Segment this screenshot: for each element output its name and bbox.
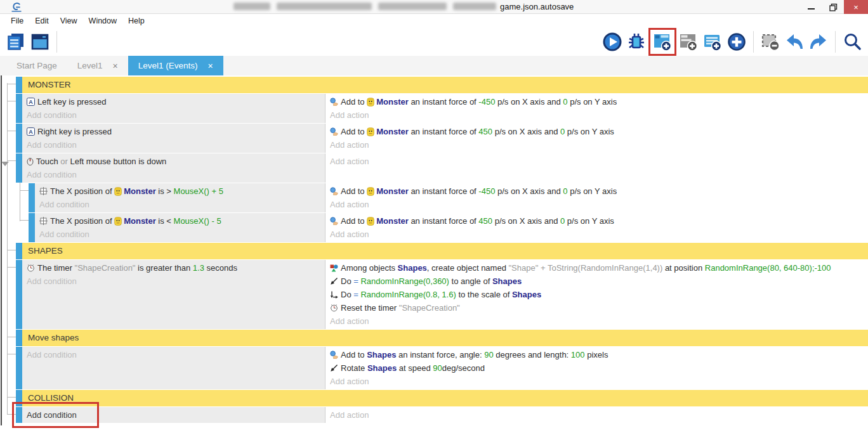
sentence-fragment: Shapes	[492, 276, 522, 286]
event-row: The X position of Monster is > MouseX() …	[29, 183, 868, 212]
event-selection-bar[interactable]	[16, 153, 22, 183]
condition-sentence[interactable]: The timer "ShapeCreation" is greater tha…	[27, 261, 325, 275]
action-cell[interactable]: Add to Monster an instant force of -450 …	[326, 94, 868, 123]
search-button[interactable]	[840, 30, 864, 54]
condition-sentence[interactable]: The X position of Monster is > MouseX() …	[39, 185, 325, 198]
condition-cell[interactable]: Add condition	[22, 407, 326, 423]
add-action-link[interactable]: Add action	[330, 375, 868, 388]
action-cell[interactable]: Add to Monster an instant force of -450 …	[326, 183, 868, 212]
event-group-header[interactable]: COLLISION	[22, 390, 868, 406]
add-condition-link[interactable]: Add condition	[27, 348, 325, 361]
add-action-link[interactable]: Add action	[330, 228, 868, 241]
tab-level1-events[interactable]: Level1 (Events) ×	[128, 56, 223, 75]
undo-button[interactable]	[782, 30, 806, 54]
add-action-link[interactable]: Add action	[330, 314, 868, 328]
condition-cell[interactable]: ALeft key is pressedAdd condition	[22, 94, 326, 123]
play-button[interactable]	[600, 30, 624, 54]
condition-cell[interactable]: Touch or Left mouse button is downAdd co…	[22, 153, 326, 183]
event-group-header[interactable]: Move shapes	[22, 330, 868, 346]
redo-button[interactable]	[806, 30, 831, 54]
action-sentence[interactable]: Rotate Shapes at speed 90deg/second	[330, 361, 868, 375]
menu-edit[interactable]: Edit	[29, 15, 55, 27]
action-sentence[interactable]: Add to Monster an instant force of 450 p…	[330, 125, 868, 138]
tab-level1[interactable]: Level1 ×	[67, 56, 128, 75]
condition-cell[interactable]: The X position of Monster is < MouseX() …	[35, 213, 326, 242]
svg-text:A: A	[29, 99, 33, 105]
scene-editor-button[interactable]	[28, 30, 52, 54]
event-selection-bar[interactable]	[16, 390, 22, 406]
collision-add-condition-link[interactable]: Add condition	[27, 408, 325, 422]
event-selection-bar[interactable]	[29, 183, 35, 212]
event-selection-bar[interactable]	[16, 124, 22, 153]
tab-label: Level1 (Events)	[138, 61, 198, 70]
collapse-expander-icon[interactable]	[1, 162, 9, 166]
event-selection-bar[interactable]	[16, 347, 22, 389]
condition-cell[interactable]: The timer "ShapeCreation" is greater tha…	[22, 260, 326, 329]
sentence-fragment: p/s on Y axis	[568, 186, 617, 196]
event-selection-bar[interactable]	[16, 77, 22, 93]
add-condition-link[interactable]: Add condition	[39, 228, 325, 241]
close-icon[interactable]: ×	[208, 61, 213, 71]
sentence-fragment: Add to	[341, 97, 367, 107]
event-selection-bar[interactable]	[16, 407, 22, 423]
tab-start-page[interactable]: Start Page	[6, 56, 67, 75]
event-selection-bar[interactable]	[16, 260, 22, 329]
sentence-fragment: to the scale of	[456, 290, 512, 299]
menu-window[interactable]: Window	[83, 15, 122, 27]
action-sentence[interactable]: Add to Monster an instant force of -450 …	[330, 95, 868, 108]
action-sentence[interactable]: Do = RandomInRange(0.8, 1.6) to the scal…	[330, 288, 868, 301]
add-action-link[interactable]: Add action	[330, 408, 868, 422]
menu-help[interactable]: Help	[122, 15, 150, 27]
add-action-link[interactable]: Add action	[330, 155, 868, 168]
add-condition-link[interactable]: Add condition	[27, 138, 325, 152]
add-comment-button[interactable]	[700, 30, 725, 54]
condition-sentence[interactable]: ARight key is pressed	[27, 125, 325, 138]
add-other-event-button[interactable]	[725, 30, 749, 54]
event-selection-bar[interactable]	[16, 94, 22, 123]
condition-cell[interactable]: The X position of Monster is > MouseX() …	[35, 183, 326, 212]
restore-button[interactable]	[822, 0, 844, 14]
action-cell[interactable]: Add to Monster an instant force of 450 p…	[326, 124, 868, 153]
add-condition-link[interactable]: Add condition	[39, 198, 325, 211]
add-condition-link[interactable]: Add condition	[27, 108, 325, 122]
close-button[interactable]: ×	[844, 0, 868, 14]
action-cell[interactable]: Add to Monster an instant force of 450 p…	[326, 213, 868, 242]
condition-cell[interactable]: ARight key is pressedAdd condition	[22, 124, 326, 153]
action-cell[interactable]: Add action	[326, 153, 868, 183]
action-sentence[interactable]: Add to Shapes an instant force, angle: 9…	[330, 348, 868, 361]
delete-event-button[interactable]	[758, 30, 782, 54]
event-selection-bar[interactable]	[16, 330, 22, 346]
close-icon[interactable]: ×	[113, 61, 118, 71]
action-sentence[interactable]: Add to Monster an instant force of 450 p…	[330, 214, 868, 228]
action-cell[interactable]: Among objects Shapes, create object name…	[326, 260, 868, 329]
add-sub-event-button[interactable]	[676, 30, 700, 54]
condition-sentence[interactable]: ALeft key is pressed	[27, 95, 325, 108]
condition-sentence[interactable]: The X position of Monster is < MouseX() …	[39, 214, 325, 228]
add-action-link[interactable]: Add action	[330, 198, 868, 211]
add-condition-link[interactable]: Add condition	[27, 168, 325, 181]
debugger-button[interactable]	[624, 30, 648, 54]
project-manager-button[interactable]	[4, 30, 28, 54]
action-sentence[interactable]: Do = RandomInRange(0,360) to angle of Sh…	[330, 275, 868, 288]
menu-file[interactable]: File	[5, 15, 29, 27]
add-condition-link[interactable]: Add condition	[27, 275, 325, 288]
monster-object-thumbnail	[114, 186, 122, 198]
event-selection-bar[interactable]	[16, 243, 22, 259]
action-cell[interactable]: Add action	[326, 407, 868, 423]
condition-cell[interactable]: Add condition	[22, 347, 326, 389]
condition-sentence[interactable]: Touch or Left mouse button is down	[27, 155, 325, 168]
sentence-fragment: 0	[563, 186, 567, 196]
action-sentence[interactable]: Add to Monster an instant force of -450 …	[330, 185, 868, 198]
action-cell[interactable]: Add to Shapes an instant force, angle: 9…	[326, 347, 868, 389]
event-selection-bar[interactable]	[29, 213, 35, 242]
event-group-header[interactable]: SHAPES	[22, 243, 868, 259]
add-action-link[interactable]: Add action	[330, 138, 868, 152]
add-event-button[interactable]	[648, 28, 676, 56]
minimize-button[interactable]	[801, 0, 822, 14]
action-sentence[interactable]: Reset the timer "ShapeCreation"	[330, 301, 868, 314]
add-action-link[interactable]: Add action	[330, 108, 868, 122]
sentence-fragment: at speed	[397, 363, 433, 373]
event-group-header[interactable]: MONSTER	[22, 77, 868, 93]
menu-view[interactable]: View	[55, 15, 83, 27]
action-sentence[interactable]: Among objects Shapes, create object name…	[330, 261, 868, 275]
